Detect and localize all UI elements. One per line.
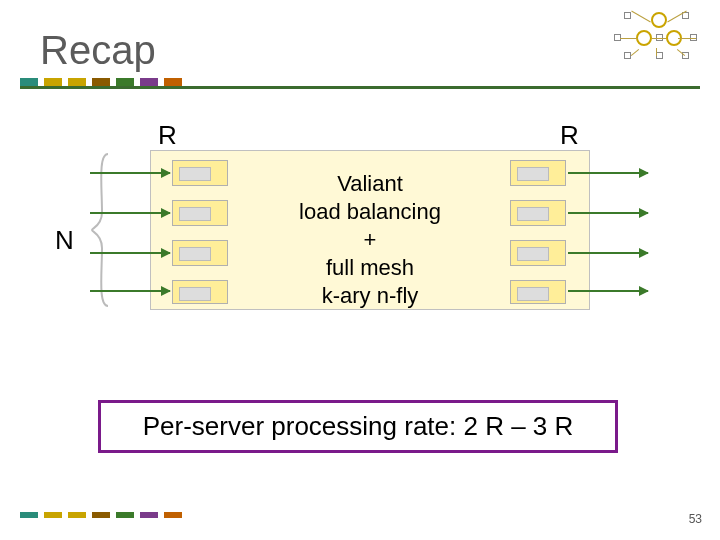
diagram: Valiant load balancing + full mesh k-ary… [120, 150, 620, 310]
server-left-3 [172, 240, 228, 266]
server-right-4 [510, 280, 566, 304]
bottom-color-bar [20, 512, 188, 518]
corner-network-icon [612, 12, 702, 62]
formula-text: Per-server processing rate: 2 R – 3 R [143, 411, 574, 441]
page-number: 53 [689, 512, 702, 526]
caption-l4: full mesh [326, 255, 414, 280]
server-left-2 [172, 200, 228, 226]
arrow-out-1 [568, 172, 648, 174]
arrow-in-1 [90, 172, 170, 174]
arrow-in-3 [90, 252, 170, 254]
page-title: Recap [40, 28, 156, 73]
label-r-right: R [560, 120, 579, 151]
label-n: N [55, 225, 74, 256]
caption-l3: + [364, 227, 377, 252]
server-left-4 [172, 280, 228, 304]
arrow-out-3 [568, 252, 648, 254]
arrow-in-4 [90, 290, 170, 292]
formula-box: Per-server processing rate: 2 R – 3 R [98, 400, 618, 453]
server-right-3 [510, 240, 566, 266]
caption-l1: Valiant [337, 171, 403, 196]
arrow-out-2 [568, 212, 648, 214]
arrow-in-2 [90, 212, 170, 214]
label-r-left: R [158, 120, 177, 151]
caption-l2: load balancing [299, 199, 441, 224]
diagram-caption: Valiant load balancing + full mesh k-ary… [245, 170, 495, 310]
server-left-1 [172, 160, 228, 186]
slide: Recap N R R [0, 0, 720, 540]
arrow-out-4 [568, 290, 648, 292]
server-right-1 [510, 160, 566, 186]
top-color-bar [20, 78, 188, 86]
title-underline [20, 86, 700, 89]
brace-icon [90, 152, 112, 308]
caption-l5: k-ary n-fly [322, 283, 419, 308]
server-right-2 [510, 200, 566, 226]
